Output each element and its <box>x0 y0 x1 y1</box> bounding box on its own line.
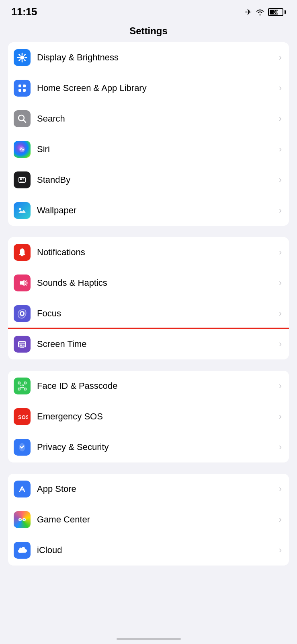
svg-point-21 <box>22 248 23 250</box>
svg-rect-12 <box>23 89 26 92</box>
homescreen-icon <box>14 80 31 97</box>
svg-line-5 <box>19 54 20 56</box>
privacy-icon <box>14 439 31 456</box>
settings-row-screentime[interactable]: Screen Time › <box>8 329 289 359</box>
wallpaper-label: Wallpaper <box>37 205 276 216</box>
settings-row-standby[interactable]: StandBy › <box>8 165 289 195</box>
settings-row-wallpaper[interactable]: Wallpaper › <box>8 195 289 226</box>
settings-row-icloud[interactable]: iCloud › <box>8 535 289 566</box>
notifications-chevron: › <box>279 247 282 258</box>
appstore-icon <box>14 481 31 497</box>
settings-row-gamecenter[interactable]: Game Center › <box>8 504 289 535</box>
appstore-label: App Store <box>37 484 276 494</box>
sos-chevron: › <box>279 411 282 422</box>
settings-row-siri[interactable]: Siri › <box>8 134 289 165</box>
svg-rect-18 <box>23 178 24 180</box>
privacy-chevron: › <box>279 442 282 452</box>
faceid-label: Face ID & Passcode <box>37 381 276 391</box>
settings-group-1: Display & Brightness › Home Screen & App… <box>8 42 289 226</box>
page-title-bar: Settings <box>0 21 297 42</box>
notifications-icon <box>14 244 31 261</box>
display-label: Display & Brightness <box>37 52 276 63</box>
notifications-label: Notifications <box>37 247 276 258</box>
standby-chevron: › <box>279 175 282 185</box>
settings-row-sounds[interactable]: Sounds & Haptics › <box>8 268 289 298</box>
settings-row-appstore[interactable]: App Store › <box>8 474 289 504</box>
status-icons: ✈ 30 <box>245 7 286 17</box>
svg-line-6 <box>24 60 25 61</box>
siri-label: Siri <box>37 144 276 155</box>
sounds-chevron: › <box>279 278 282 288</box>
appstore-chevron: › <box>279 484 282 494</box>
settings-row-privacy[interactable]: Privacy & Security › <box>8 432 289 462</box>
svg-text:SOS: SOS <box>18 414 28 420</box>
screentime-label: Screen Time <box>37 339 276 349</box>
svg-rect-29 <box>23 345 25 346</box>
search-label: Search <box>37 114 276 124</box>
svg-rect-9 <box>18 85 21 87</box>
screentime-chevron: › <box>279 339 282 349</box>
svg-rect-32 <box>18 388 20 390</box>
wallpaper-chevron: › <box>279 205 282 216</box>
airplane-icon: ✈ <box>245 7 252 17</box>
search-icon-bg <box>14 110 31 127</box>
icloud-icon <box>14 542 31 559</box>
icloud-label: iCloud <box>37 545 276 555</box>
wallpaper-icon <box>14 202 31 219</box>
display-icon <box>14 49 31 66</box>
focus-icon <box>14 305 31 322</box>
sos-label: Emergency SOS <box>37 411 276 422</box>
svg-rect-11 <box>18 89 21 92</box>
settings-row-search[interactable]: Search › <box>8 103 289 134</box>
siri-chevron: › <box>279 144 282 155</box>
gamecenter-label: Game Center <box>37 514 276 525</box>
search-chevron: › <box>279 114 282 124</box>
wifi-icon <box>255 8 265 16</box>
settings-row-focus[interactable]: Focus › <box>8 298 289 329</box>
svg-rect-16 <box>19 178 25 182</box>
svg-rect-27 <box>20 347 24 348</box>
svg-rect-17 <box>20 178 22 180</box>
svg-point-35 <box>23 385 24 386</box>
icloud-chevron: › <box>279 545 282 555</box>
svg-rect-33 <box>24 388 26 390</box>
svg-rect-31 <box>24 382 26 384</box>
display-chevron: › <box>279 52 282 63</box>
svg-rect-10 <box>23 85 26 87</box>
settings-group-3: Face ID & Passcode › SOS Emergency SOS ›… <box>8 371 289 462</box>
settings-group-2: Notifications › Sounds & Haptics › Focus… <box>8 237 289 359</box>
settings-group-4: App Store › Game Center › iCloud › <box>8 474 289 566</box>
gamecenter-chevron: › <box>279 514 282 525</box>
svg-marker-22 <box>20 280 25 286</box>
sounds-icon <box>14 275 31 291</box>
siri-icon <box>14 141 31 158</box>
svg-line-7 <box>24 54 25 56</box>
battery-icon: 30 <box>268 8 286 16</box>
settings-row-faceid[interactable]: Face ID & Passcode › <box>8 371 289 401</box>
faceid-icon <box>14 378 31 394</box>
status-time: 11:15 <box>11 6 37 18</box>
svg-point-41 <box>20 519 21 520</box>
svg-rect-24 <box>18 342 26 347</box>
svg-point-23 <box>21 312 23 315</box>
standby-label: StandBy <box>37 175 276 185</box>
settings-row-homescreen[interactable]: Home Screen & App Library › <box>8 73 289 103</box>
svg-rect-30 <box>18 382 20 384</box>
settings-row-display[interactable]: Display & Brightness › <box>8 42 289 73</box>
page-title: Settings <box>129 25 168 36</box>
settings-row-notifications[interactable]: Notifications › <box>8 237 289 268</box>
svg-point-20 <box>19 208 21 210</box>
focus-label: Focus <box>37 308 276 319</box>
homescreen-label: Home Screen & App Library <box>37 83 276 93</box>
svg-line-14 <box>24 120 26 123</box>
settings-row-sos[interactable]: SOS Emergency SOS › <box>8 401 289 432</box>
sounds-label: Sounds & Haptics <box>37 278 276 288</box>
homescreen-chevron: › <box>279 83 282 93</box>
status-bar: 11:15 ✈ 30 <box>0 0 297 21</box>
focus-chevron: › <box>279 308 282 319</box>
screentime-icon <box>14 336 31 353</box>
svg-point-42 <box>24 519 25 520</box>
svg-point-34 <box>20 385 22 386</box>
gamecenter-icon <box>14 511 31 528</box>
sos-icon: SOS <box>14 408 31 425</box>
